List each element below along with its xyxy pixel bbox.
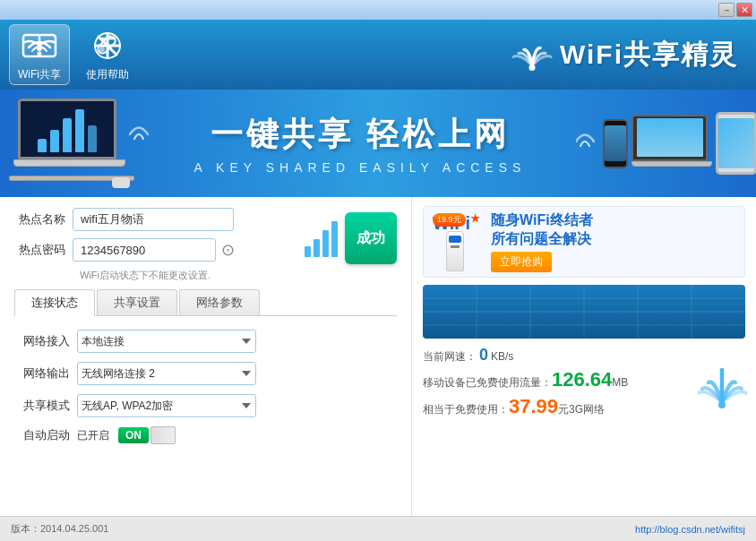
free-value: 37.99 <box>509 395 558 418</box>
main-content: 热点名称 热点密码 ⊙ 成功 WiFi启动状态下 <box>0 197 756 516</box>
free-unit: 元3G网络 <box>558 402 605 417</box>
toolbar: WiFi共享 使用帮助 <box>0 20 756 90</box>
traffic-label: 移动设备已免费使用流量： <box>423 375 552 391</box>
wifi-share-label: WiFi共享 <box>18 67 61 82</box>
svg-point-9 <box>528 64 535 71</box>
speed-graph <box>423 285 745 339</box>
share-mode-row: 共享模式 无线AP, WPA2加密 <box>14 390 397 422</box>
price-badge: 19.9元 <box>433 213 466 227</box>
auto-start-label: 自动启动 <box>14 427 77 443</box>
speed-unit: KB/s <box>491 350 513 363</box>
hotspot-name-row: 热点名称 <box>14 208 296 231</box>
wifi-share-icon <box>21 28 57 64</box>
banner: 一键共享 轻松上网 A KEY SHARED EASILY ACCESS <box>0 90 756 197</box>
network-input-label: 网络接入 <box>14 333 77 349</box>
title-bar: － ✕ <box>0 0 756 20</box>
settings-grid: 网络接入 本地连接 网络输出 无线网络连接 2 共享模式 无线AP, WPA2加… <box>14 325 397 449</box>
tab-share-settings[interactable]: 共享设置 <box>97 289 177 315</box>
toggle-track[interactable] <box>150 426 176 444</box>
tab-connection-status[interactable]: 连接状态 <box>14 289 95 316</box>
ad-banner: WiFi★ 19.9元 随身WiFi终结者 所有问题全解决 立即抢购 <box>423 206 745 278</box>
svg-point-8 <box>99 47 105 52</box>
close-button[interactable]: ✕ <box>736 3 752 17</box>
buy-button[interactable]: 立即抢购 <box>491 252 552 272</box>
status-bar: 版本：2014.04.25.001 http://blog.csdn.net/w… <box>0 516 756 541</box>
help-icon <box>90 28 125 64</box>
free-label: 相当于免费使用： <box>423 402 509 417</box>
logo-text: WiFi共享精灵 <box>560 37 738 73</box>
hotspot-name-input[interactable] <box>73 208 234 231</box>
url-text: http://blog.csdn.net/wifitsj <box>635 524 745 535</box>
speed-value: 0 <box>479 346 488 365</box>
banner-laptop <box>0 90 143 197</box>
hotspot-password-input[interactable] <box>73 238 216 262</box>
banner-devices <box>577 90 756 197</box>
ad-title-line1: 随身WiFi终结者 <box>491 211 735 230</box>
version-text: 版本：2014.04.25.001 <box>11 522 108 536</box>
svg-point-2 <box>38 51 42 56</box>
wifi-hint: WiFi启动状态下不能更改设置. <box>14 269 397 282</box>
signal-bars <box>305 219 338 257</box>
logo-wifi-icon <box>511 37 553 73</box>
minimize-button[interactable]: － <box>718 3 735 17</box>
traffic-stat-row: 移动设备已免费使用流量： 126.64 MB <box>423 368 745 391</box>
traffic-value: 126.64 <box>552 368 612 391</box>
auto-start-status: 已开启 <box>77 428 109 443</box>
hotspot-name-label: 热点名称 <box>14 211 73 228</box>
wifi-wave-right <box>576 124 598 163</box>
banner-subtitle: A KEY SHARED EASILY ACCESS <box>143 160 577 175</box>
traffic-unit: MB <box>612 376 628 389</box>
free-stat-row: 相当于免费使用： 37.99 元3G网络 <box>423 395 745 418</box>
network-input-row: 网络接入 本地连接 <box>14 325 397 357</box>
network-output-select[interactable]: 无线网络连接 2 <box>77 362 256 385</box>
network-output-row: 网络输出 无线网络连接 2 <box>14 357 397 390</box>
tab-bar: 连接状态 共享设置 网络参数 <box>14 289 397 316</box>
stats-area: 当前网速： 0 KB/s <box>423 346 745 422</box>
hotspot-password-label: 热点密码 <box>14 242 73 258</box>
share-mode-select[interactable]: 无线AP, WPA2加密 <box>77 394 256 417</box>
wifi-large-icon <box>698 368 747 412</box>
network-output-label: 网络输出 <box>14 365 77 382</box>
logo-area: WiFi共享精灵 <box>511 37 738 73</box>
left-panel: 热点名称 热点密码 ⊙ 成功 WiFi启动状态下 <box>0 197 412 516</box>
speed-label: 当前网速： <box>423 349 477 365</box>
ad-title-line2: 所有问题全解决 <box>491 230 735 249</box>
right-panel: WiFi★ 19.9元 随身WiFi终结者 所有问题全解决 立即抢购 <box>412 197 756 516</box>
wifi-share-button[interactable]: WiFi共享 <box>9 24 70 85</box>
on-toggle[interactable]: ON <box>118 427 149 443</box>
svg-point-18 <box>718 401 726 408</box>
speed-stat-row: 当前网速： 0 KB/s <box>423 346 745 365</box>
banner-center: 一键共享 轻松上网 A KEY SHARED EASILY ACCESS <box>143 113 577 175</box>
help-label: 使用帮助 <box>86 67 129 82</box>
wifi-wave-left <box>125 116 152 156</box>
wifi-dongle: WiFi★ 19.9元 <box>433 213 482 271</box>
share-mode-label: 共享模式 <box>14 398 77 414</box>
hotspot-password-row: 热点密码 ⊙ <box>14 238 296 262</box>
network-input-select[interactable]: 本地连接 <box>77 330 256 353</box>
tab-network-params[interactable]: 网络参数 <box>179 289 260 315</box>
auto-start-row: 自动启动 已开启 ON <box>14 422 397 449</box>
success-button[interactable]: 成功 <box>345 212 397 264</box>
help-button[interactable]: 使用帮助 <box>77 24 138 85</box>
password-visibility-icon[interactable]: ⊙ <box>221 240 235 260</box>
ad-text: 随身WiFi终结者 所有问题全解决 立即抢购 <box>491 211 735 273</box>
banner-title: 一键共享 轻松上网 <box>143 113 577 157</box>
